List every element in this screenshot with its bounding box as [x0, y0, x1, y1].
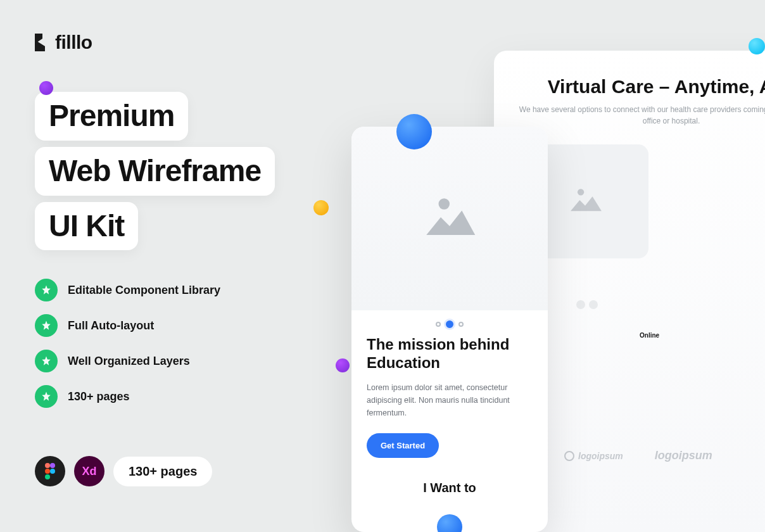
feature-item: Full Auto-layout [35, 314, 220, 337]
logo-item: logoipsum [564, 449, 623, 462]
tool-badges: Xd 130+ pages [35, 456, 212, 486]
logo-item: logoipsum [655, 449, 712, 462]
svg-point-0 [45, 463, 50, 468]
decorative-dot [336, 358, 350, 372]
svg-point-3 [50, 469, 55, 474]
logo-mark-icon [35, 34, 50, 51]
feature-item: 130+ pages [35, 385, 220, 408]
preview-card-front: The mission behind Education Lorem ipsum… [351, 127, 548, 532]
pages-count-pill: 130+ pages [113, 457, 212, 486]
pager-dot[interactable] [458, 322, 464, 327]
check-icon [35, 385, 58, 408]
feature-item: Editable Component Library [35, 279, 220, 301]
svg-point-2 [45, 469, 50, 474]
back-card-title: Virtual Care – Anytime, Any [513, 76, 765, 98]
feature-label: Well Organized Layers [68, 355, 190, 368]
front-subheading: I Want to [367, 481, 533, 495]
svg-point-1 [50, 463, 55, 468]
headline-line-1: Premium [35, 92, 188, 141]
feature-label: Editable Component Library [68, 284, 220, 297]
back-card-subtitle: We have several options to connect with … [513, 104, 765, 127]
decorative-dot [313, 200, 329, 215]
figma-icon [35, 456, 65, 486]
image-icon [566, 186, 604, 217]
xd-icon: Xd [74, 456, 104, 486]
decorative-dot [396, 114, 432, 149]
feature-list: Editable Component Library Full Auto-lay… [35, 279, 220, 408]
check-icon [35, 314, 58, 337]
online-label: Online [640, 332, 659, 339]
image-icon [421, 195, 478, 242]
carousel-pager[interactable] [351, 310, 548, 333]
carousel-dots-small [576, 300, 598, 309]
decorative-dot [39, 81, 53, 95]
svg-point-5 [578, 189, 584, 195]
pager-dot-active[interactable] [446, 320, 453, 328]
check-icon [35, 350, 58, 372]
xd-label: Xd [82, 465, 96, 478]
check-icon [35, 279, 58, 301]
feature-item: Well Organized Layers [35, 350, 220, 372]
front-body-text: Lorem ipsum dolor sit amet, consectetur … [367, 381, 533, 419]
get-started-button[interactable]: Get Started [367, 433, 439, 458]
pager-dot[interactable] [436, 322, 441, 327]
svg-point-4 [45, 474, 50, 479]
svg-point-10 [439, 198, 450, 210]
feature-label: Full Auto-layout [68, 319, 154, 332]
headline-line-2: Web Wireframe [35, 147, 275, 196]
headline: Premium Web Wireframe UI Kit [35, 92, 275, 250]
feature-label: 130+ pages [68, 390, 130, 403]
decorative-dot [749, 38, 765, 54]
logo-text: filllo [55, 32, 92, 53]
front-heading: The mission behind Education [367, 336, 533, 372]
headline-line-3: UI Kit [35, 202, 138, 251]
image-placeholder [351, 127, 548, 310]
logo: filllo [35, 32, 92, 53]
